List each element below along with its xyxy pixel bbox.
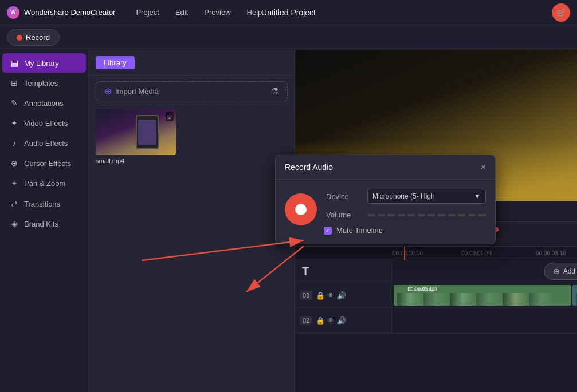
vol-seg-1 <box>367 214 375 216</box>
record-circle-button[interactable] <box>285 193 317 225</box>
track-content-02 <box>392 308 577 333</box>
track-mute-icon-02[interactable]: 🔊 <box>337 316 346 325</box>
mute-checkbox[interactable]: ✓ <box>324 227 332 235</box>
library-tab[interactable]: Library <box>96 56 135 69</box>
cart-button[interactable]: 🛒 <box>552 3 570 22</box>
sidebar-label-annotations: Annotations <box>24 99 64 108</box>
sidebar-item-cursor-effects[interactable]: ⊕ Cursor Effects <box>2 153 86 173</box>
menu-items: Project Edit Preview Help <box>129 6 552 19</box>
menu-edit[interactable]: Edit <box>168 6 195 19</box>
sidebar-label-audio-effects: Audio Effects <box>24 139 68 148</box>
dialog-fields: Device Microphone (5- High ▼ Volume <box>326 189 486 235</box>
sidebar-item-annotations[interactable]: ✎ Annotations <box>2 93 86 113</box>
dialog-title: Record Audio <box>285 163 333 172</box>
track-controls-03: 03 🔒 👁 🔊 <box>295 283 392 308</box>
media-thumbnail: ⊡ <box>96 109 176 155</box>
menu-right: 🛒 <box>552 3 570 22</box>
device-control: Microphone (5- High ▼ <box>367 189 486 204</box>
logo-icon: W <box>7 6 19 19</box>
video-clip-1[interactable]: ⊡ small.mp4 00:00:03:12 <box>394 285 571 306</box>
annotations-icon: ✎ <box>9 98 19 108</box>
templates-icon: ⊞ <box>9 78 19 88</box>
filter-icon[interactable]: ⚗ <box>271 86 279 97</box>
track-mute-icon[interactable]: 🔊 <box>337 291 346 300</box>
vol-seg-11 <box>468 214 476 216</box>
track-eye-icon[interactable]: 👁 <box>327 291 335 300</box>
track-content-03: ⊡ small.mp4 00:00:03:12 <box>392 283 577 308</box>
track-icons-02: 🔒 👁 🔊 <box>316 316 346 325</box>
sidebar-item-brand-kits[interactable]: ◈ Brand Kits <box>2 214 86 233</box>
record-toolbar: Record <box>0 25 577 50</box>
vol-seg-5 <box>407 214 415 216</box>
media-item[interactable]: ⊡ small.mp4 <box>96 109 176 164</box>
sidebar-item-video-effects[interactable]: ✦ Video Effects <box>2 113 86 133</box>
device-value: Microphone (5- High <box>372 192 435 200</box>
volume-bar[interactable] <box>367 214 486 216</box>
add-subtitles-container: ⊕ Add subtitles <box>544 263 577 280</box>
vol-seg-10 <box>458 214 466 216</box>
track-number-02: 02 <box>300 316 312 325</box>
clip-frame <box>503 293 528 306</box>
sidebar-label-pan-zoom: Pan & Zoom <box>24 179 65 188</box>
import-plus-icon: ⊕ <box>104 86 112 97</box>
add-subtitles-label: Add subtitles <box>563 267 577 275</box>
import-media-button[interactable]: ⊕ Import Media ⚗ <box>96 81 288 101</box>
add-subtitles-button[interactable]: ⊕ Add subtitles <box>544 263 577 280</box>
library-header: Library <box>89 50 295 76</box>
track-eye-icon-02[interactable]: 👁 <box>327 316 335 325</box>
volume-label: Volume <box>326 211 360 219</box>
text-track: T ⊕ Add subtitles <box>295 260 577 283</box>
record-audio-dialog[interactable]: Record Audio × Device Microphone (5- Hig… <box>275 155 496 244</box>
dialog-close-button[interactable]: × <box>481 162 486 172</box>
import-media-label: Import Media <box>115 87 159 96</box>
sidebar-label-transitions: Transitions <box>24 200 60 208</box>
track-02-row: 02 🔒 👁 🔊 <box>295 308 577 334</box>
volume-control <box>367 214 486 216</box>
mute-label: Mute Timeline <box>336 226 383 235</box>
add-subtitles-icon: ⊕ <box>553 267 560 276</box>
media-grid: ⊡ small.mp4 <box>89 105 295 169</box>
clip-frame <box>397 293 422 306</box>
record-label: Record <box>26 33 50 42</box>
track-lock-icon[interactable]: 🔒 <box>316 291 325 300</box>
volume-field-row: Volume <box>326 211 486 219</box>
menu-preview[interactable]: Preview <box>197 6 237 19</box>
text-track-content: ⊕ Add subtitles <box>392 260 577 283</box>
video-effects-icon: ✦ <box>9 118 19 128</box>
track-lock-icon-02[interactable]: 🔒 <box>316 316 325 325</box>
vol-seg-4 <box>398 214 406 216</box>
record-circle-inner <box>295 204 307 215</box>
sidebar-item-templates[interactable]: ⊞ Templates <box>2 73 86 93</box>
device-select-dropdown[interactable]: Microphone (5- High ▼ <box>367 189 486 204</box>
mute-row: ✓ Mute Timeline <box>324 226 486 235</box>
dialog-body: Device Microphone (5- High ▼ Volume <box>276 180 495 244</box>
sidebar-label-cursor-effects: Cursor Effects <box>24 159 71 168</box>
record-button[interactable]: Record <box>7 29 60 46</box>
library-icon: ▤ <box>9 58 19 68</box>
thumbnail-preview <box>96 109 176 155</box>
sidebar: ▤ My Library ⊞ Templates ✎ Annotations ✦… <box>0 50 89 392</box>
timeline-ruler: 00:00:00:00 00:00:01:20 00:00:03:10 00:0… <box>295 247 577 260</box>
track-icons: 🔒 👁 🔊 <box>316 291 346 300</box>
media-filename: small.mp4 <box>96 157 176 164</box>
transitions-icon: ⇄ <box>9 199 19 208</box>
video-clip-2[interactable]: ⊡ small.mp4 <box>572 285 577 306</box>
ruler-tick-0: 00:00:00:00 <box>392 250 423 256</box>
sidebar-item-audio-effects[interactable]: ♪ Audio Effects <box>2 133 86 153</box>
sidebar-item-transitions[interactable]: ⇄ Transitions <box>2 194 86 213</box>
clip-frame <box>450 293 475 306</box>
menu-project[interactable]: Project <box>129 6 166 19</box>
clip-frame <box>529 293 554 306</box>
sidebar-item-pan-zoom[interactable]: ⌖ Pan & Zoom <box>2 173 86 193</box>
sidebar-label-my-library: My Library <box>24 59 59 68</box>
vol-seg-2 <box>378 214 386 216</box>
ruler-tick-1: 00:00:01:20 <box>461 250 492 256</box>
vol-seg-8 <box>438 214 446 216</box>
device-label: Device <box>326 192 360 201</box>
clip-time-1: 00:00:03:12 <box>407 286 435 292</box>
device-field-row: Device Microphone (5- High ▼ <box>326 189 486 204</box>
menu-bar: W Wondershare DemoCreator Project Edit P… <box>0 0 577 25</box>
sidebar-item-my-library[interactable]: ▤ My Library <box>2 53 86 73</box>
vol-seg-3 <box>387 214 395 216</box>
vol-seg-7 <box>427 214 435 216</box>
